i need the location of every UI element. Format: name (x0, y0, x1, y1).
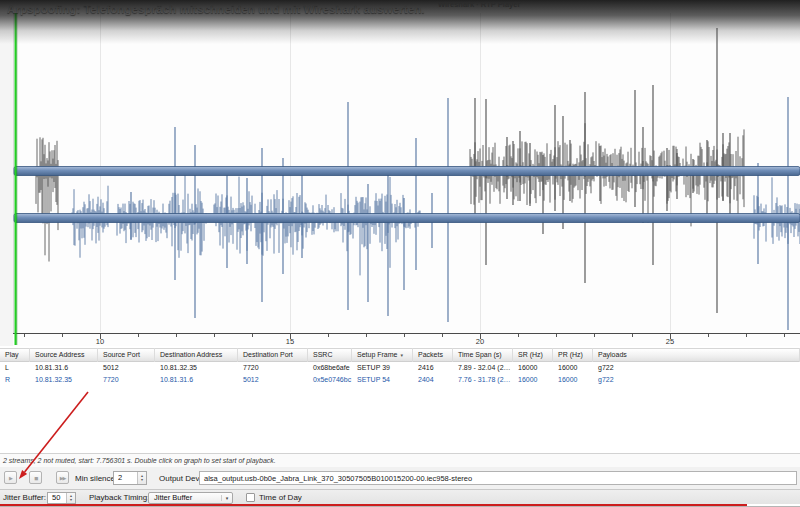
column-header[interactable]: Payloads (593, 348, 800, 362)
svg-text:10: 10 (96, 337, 104, 346)
sort-arrow-icon: ▾ (400, 352, 403, 358)
column-header[interactable]: Source Address (30, 348, 98, 362)
playback-timing-dropdown[interactable]: Jitter Buffer ▾ (148, 492, 233, 504)
column-header[interactable]: Time Span (s) (453, 348, 513, 362)
jitter-buffer-label: Jitter Buffer: (3, 493, 46, 502)
column-header[interactable]: SR (Hz) (513, 348, 553, 362)
jitter-buffer-value: 50 (48, 493, 66, 503)
skip-silence-button[interactable]: ▶▶ (56, 471, 69, 484)
column-header[interactable]: Setup Frame▾ (352, 348, 413, 362)
svg-text:20: 20 (476, 337, 484, 346)
skip-silence-icon: ▶▶ (60, 475, 66, 481)
spin-down-icon: ▾ (70, 498, 72, 502)
table-row[interactable]: R10.81.32.35772010.81.31.650120x5e0746bc… (0, 374, 800, 386)
column-header[interactable]: PR (Hz) (553, 348, 593, 362)
spinner-arrows[interactable]: ▴ ▾ (66, 493, 75, 503)
status-text: 2 streams, 2 not muted, start: 7.756301 … (3, 457, 276, 464)
svg-text:15: 15 (286, 337, 294, 346)
spin-down-icon: ▾ (141, 478, 143, 482)
output-device-combo[interactable]: alsa_output.usb-0b0e_Jabra_Link_370_3050… (199, 471, 797, 485)
timing-controls: Jitter Buffer: 50 ▴ ▾ Playback Timing: J… (0, 489, 800, 504)
table-cell: 16000 (513, 374, 553, 386)
column-header[interactable]: Packets (413, 348, 453, 362)
table-cell: 16000 (513, 362, 553, 374)
spinner-arrows[interactable]: ▴ ▾ (137, 472, 146, 484)
waveform-svg: 10152025 (0, 0, 800, 346)
status-bar: 2 streams, 2 not muted, start: 7.756301 … (0, 453, 800, 467)
video-title: Arpspoofing: Telefongespräch mitschneide… (7, 3, 425, 15)
table-cell: g722 (593, 374, 800, 386)
stop-button[interactable]: ◼ (29, 471, 42, 484)
jitter-buffer-spinner[interactable]: 50 ▴ ▾ (47, 492, 76, 504)
min-silence-spinner[interactable]: 2 ▴ ▾ (113, 471, 147, 485)
play-icon: ▶ (9, 475, 12, 481)
table-cell: 10.81.32.35 (155, 362, 238, 374)
table-row[interactable]: L10.81.31.6501210.81.32.3577200x68be6afe… (0, 362, 800, 374)
table-cell: 2416 (413, 362, 453, 374)
min-silence-label: Min silence: (75, 474, 117, 483)
table-cell: 10.81.32.35 (30, 374, 98, 386)
table-cell: 16000 (553, 362, 593, 374)
column-header[interactable]: SSRC (308, 348, 352, 362)
table-cell: R (0, 374, 30, 386)
playback-controls: ▶ ◼ ▶▶ Min silence: 2 ▴ ▾ Output Device:… (0, 467, 800, 489)
table-header[interactable]: PlaySource AddressSource PortDestination… (0, 348, 800, 362)
output-device-value: alsa_output.usb-0b0e_Jabra_Link_370_3050… (204, 474, 472, 483)
table-cell: 5012 (98, 362, 155, 374)
table-cell: 7.76 - 31.78 (2… (453, 374, 513, 386)
annotation-underline (0, 504, 747, 506)
table-cell: 7.89 - 32.04 (2… (453, 362, 513, 374)
time-of-day-checkbox[interactable] (246, 493, 255, 502)
table-cell: 7720 (238, 362, 308, 374)
stop-icon: ◼ (34, 475, 37, 481)
stream-table: PlaySource AddressSource PortDestination… (0, 348, 800, 386)
table-cell: 5012 (238, 374, 308, 386)
rtp-player-window: 10152025 Arpspoofing: Telefongespräch mi… (0, 0, 800, 507)
table-cell: 2404 (413, 374, 453, 386)
min-silence-value: 2 (114, 472, 137, 484)
table-cell: 0x68be6afe (308, 362, 352, 374)
time-of-day-label: Time of Day (259, 493, 302, 502)
window-title: Wireshark · RTP Player (438, 0, 520, 9)
column-header[interactable]: Play (0, 348, 30, 362)
table-cell: 0x5e0746bc (308, 374, 352, 386)
playback-timing-label: Playback Timing: (89, 493, 149, 502)
play-button[interactable]: ▶ (4, 471, 17, 484)
table-cell: 10.81.31.6 (30, 362, 98, 374)
table-cell: SETUP 54 (352, 374, 413, 386)
table-body: L10.81.31.6501210.81.32.3577200x68be6afe… (0, 362, 800, 386)
chevron-down-icon: ▾ (221, 495, 232, 501)
table-cell: L (0, 362, 30, 374)
table-cell: 16000 (553, 374, 593, 386)
svg-text:25: 25 (666, 337, 674, 346)
table-cell: 7720 (98, 374, 155, 386)
table-cell: g722 (593, 362, 800, 374)
playback-timing-value: Jitter Buffer (149, 493, 221, 502)
column-header[interactable]: Destination Address (155, 348, 238, 362)
table-cell: 10.81.31.6 (155, 374, 238, 386)
waveform-plot[interactable]: 10152025 (0, 0, 800, 346)
column-header[interactable]: Source Port (98, 348, 155, 362)
table-cell: SETUP 39 (352, 362, 413, 374)
column-header[interactable]: Destination Port (238, 348, 308, 362)
